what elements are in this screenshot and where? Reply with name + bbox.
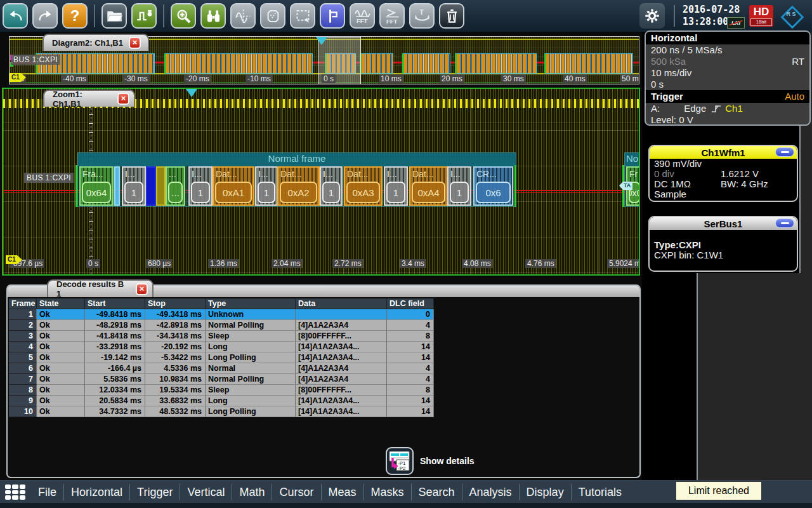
table-row[interactable]: 8Ok12.0334 ms19.5334 msSleep[8]00FFFFFF.… xyxy=(9,385,434,396)
ch1-waveform-dialog[interactable]: Ch1Wfm1 390 mV/div 0 div 1.6212 V DC 1MΩ… xyxy=(648,145,798,202)
trigger-position-icon[interactable] xyxy=(316,37,327,45)
fft-button[interactable]: FFT xyxy=(350,3,375,29)
settings-button[interactable] xyxy=(639,3,665,29)
bus-segment-0xA4[interactable]: Dat...0xA4 xyxy=(409,166,448,206)
fft-gated-button[interactable]: FFT xyxy=(379,3,405,29)
menu-item-horizontal[interactable]: Horizontal xyxy=(64,486,129,499)
menu-item-vertical[interactable]: Vertical xyxy=(180,486,232,499)
bus-segment-0x64[interactable]: Fra...0x64 xyxy=(79,166,114,206)
tab-diagram2[interactable]: Diagram2: Ch1,B1 × xyxy=(43,34,149,51)
table-cell: Sleep xyxy=(206,331,296,342)
tab-zoom1[interactable]: Zoom1: Ch1,B1 × xyxy=(43,90,135,107)
menu-item-file[interactable]: File xyxy=(31,486,63,499)
acquisition-panel[interactable]: Horizontal 200 ns / 5 MSa/s 500 kSa RT 1… xyxy=(645,30,811,126)
masks-button[interactable] xyxy=(260,3,285,29)
probe-setup-button[interactable] xyxy=(131,3,157,29)
table-cell: 10 xyxy=(9,406,37,417)
menu-item-trigger[interactable]: Trigger xyxy=(130,486,180,499)
zoom-diagram[interactable]: Normal frame No... Fra...0x64I...1......… xyxy=(2,88,640,276)
bus-segment-lightblue[interactable] xyxy=(114,166,120,206)
table-row[interactable]: 3Ok-41.8418 ms-34.3418 msSleep[8]00FFFFF… xyxy=(9,331,434,342)
bus-segment-darkblue[interactable] xyxy=(146,166,156,206)
column-header-stop[interactable]: Stop xyxy=(145,298,206,309)
column-header-dlc-field[interactable]: DLC field xyxy=(387,298,434,309)
search-button[interactable] xyxy=(200,3,226,29)
column-header-frame[interactable]: Frame xyxy=(9,298,37,309)
segment-label: I... xyxy=(190,168,211,181)
svg-text:T: T xyxy=(419,8,424,15)
table-cell: Unknown xyxy=(206,309,296,320)
table-row[interactable]: 6Ok-166.4 µs4.5336 msNormal[4]A1A2A3A44 xyxy=(9,363,434,374)
segment-label: ... xyxy=(167,168,184,181)
undo-button[interactable] xyxy=(3,3,28,29)
column-header-data[interactable]: Data xyxy=(296,298,387,309)
close-icon[interactable]: × xyxy=(117,93,129,105)
bus-segment-1[interactable]: I...1 xyxy=(188,166,213,206)
bus-segment-1[interactable]: I...1 xyxy=(320,166,343,206)
ch1-position-row: 0 div 1.6212 V xyxy=(650,169,797,179)
time-tick-label: 5.9024 ms xyxy=(607,259,640,268)
table-cell: 0 xyxy=(387,309,434,320)
bus-segment-...[interactable]: ...... xyxy=(166,166,185,206)
lxi-icon: LXI xyxy=(727,17,745,29)
zoom-button[interactable] xyxy=(171,3,196,29)
measure-button[interactable] xyxy=(320,3,345,29)
trigger-position-icon[interactable] xyxy=(186,89,197,97)
minimize-icon[interactable] xyxy=(775,147,794,157)
table-cell: 33.6832 ms xyxy=(145,396,206,406)
help-button[interactable]: ? xyxy=(62,3,88,29)
open-file-button[interactable] xyxy=(102,3,127,29)
menu-item-analysis[interactable]: Analysis xyxy=(462,486,519,499)
menu-item-search[interactable]: Search xyxy=(412,486,462,499)
table-row[interactable]: 7Ok5.5836 ms10.9834 msNormal Polling[4]A… xyxy=(9,374,434,385)
table-row[interactable]: 1Ok-49.8418 ms-49.3418 msUnknown0 xyxy=(9,309,434,320)
bus-segment-1[interactable]: I...1 xyxy=(122,166,146,206)
redo-button[interactable] xyxy=(32,3,58,29)
table-row[interactable]: 10Ok34.7332 ms48.5332 msLong Polling[14]… xyxy=(9,406,434,417)
bus-segment-0xA3[interactable]: Dat...0xA3 xyxy=(344,166,383,206)
menu-item-meas[interactable]: Meas xyxy=(322,486,363,499)
hd-mode-icon[interactable]: HD 16bit xyxy=(749,5,773,27)
table-cell: 14 xyxy=(387,406,434,417)
annotation-button[interactable] xyxy=(290,3,315,29)
decoded-frame-burst xyxy=(360,53,393,74)
segment-value: ... xyxy=(168,182,183,203)
delete-button[interactable] xyxy=(439,3,464,29)
bus-segment-1[interactable]: I...1 xyxy=(384,166,408,206)
close-icon[interactable]: × xyxy=(136,283,148,295)
bus-segment-0xA2[interactable]: Dat...0xA2 xyxy=(277,166,320,206)
table-cell: 20.5834 ms xyxy=(85,396,145,406)
tab-decode-results[interactable]: Decode results B 1 × xyxy=(47,279,154,297)
cursor-button[interactable] xyxy=(230,3,256,29)
bus-segment-1[interactable]: I...1 xyxy=(447,166,471,206)
table-cell: -5.3422 ms xyxy=(145,352,206,363)
menu-grid-icon[interactable] xyxy=(5,485,25,500)
trigger-level: Level: 0 V xyxy=(646,114,809,126)
ch1-acquire-mode: Sample xyxy=(650,189,797,199)
menu-item-masks[interactable]: Masks xyxy=(364,486,411,499)
table-row[interactable]: 4Ok-33.2918 ms-20.192 msLong[14]A1A2A3A4… xyxy=(9,342,434,352)
bus-segment-1[interactable]: I...1 xyxy=(255,166,278,206)
oscilloscope-screen: ?FFTFFTT 2016-07-28 13:28:00 LXI HD 16bi… xyxy=(0,0,812,508)
table-row[interactable]: 5Ok-19.142 ms-5.3422 msLong Polling[14]A… xyxy=(9,352,434,363)
timing-marker-button[interactable]: T xyxy=(409,3,435,29)
table-row[interactable]: 2Ok-48.2918 ms-42.8918 msNormal Polling[… xyxy=(9,320,434,331)
table-cell: 14 xyxy=(387,352,434,363)
bus-segment-olive[interactable] xyxy=(156,166,166,206)
table-cell: [14]A1A2A3A4... xyxy=(296,396,387,406)
menu-item-tutorials[interactable]: Tutorials xyxy=(572,486,629,499)
menu-item-display[interactable]: Display xyxy=(520,486,571,499)
column-header-state[interactable]: State xyxy=(37,298,85,309)
show-details-button[interactable]: -P1 -P2 xyxy=(386,447,414,475)
menu-item-cursor[interactable]: Cursor xyxy=(272,486,320,499)
bus-segment-0x6[interactable]: CR...0x6 xyxy=(473,166,513,206)
time-tick-label: 50 ms xyxy=(620,74,639,83)
close-icon[interactable]: × xyxy=(129,37,141,49)
bus-segment-0xA1[interactable]: Dat...0xA1 xyxy=(213,166,254,206)
serbus-dialog[interactable]: SerBus1 Type:CXPI CXPI bin: C1W1 xyxy=(648,216,798,272)
minimize-icon[interactable] xyxy=(775,218,794,228)
menu-item-math[interactable]: Math xyxy=(232,486,272,499)
table-row[interactable]: 9Ok20.5834 ms33.6832 msLong[14]A1A2A3A4.… xyxy=(9,396,434,406)
column-header-start[interactable]: Start xyxy=(85,298,145,309)
column-header-type[interactable]: Type xyxy=(206,298,296,309)
